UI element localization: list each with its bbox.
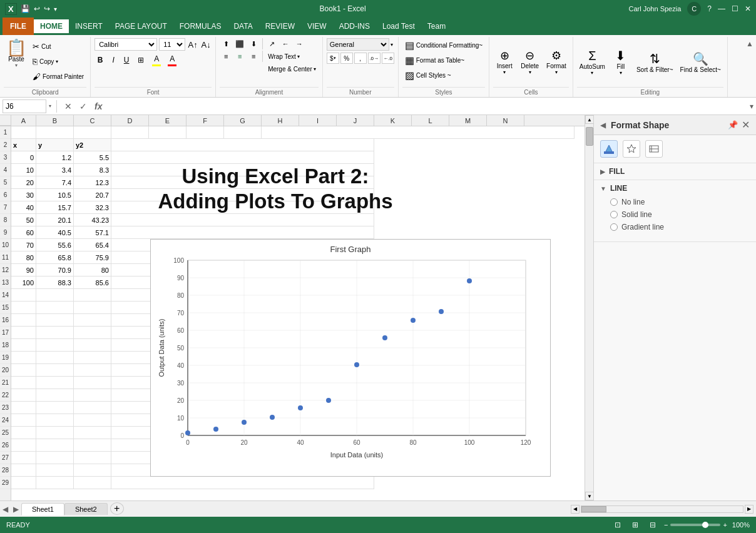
- row-num-20[interactable]: 20: [0, 364, 11, 377]
- scroll-up-btn[interactable]: ▲: [585, 115, 594, 124]
- border-btn[interactable]: ⊞: [135, 54, 146, 66]
- number-format-expand[interactable]: ▾: [391, 42, 393, 48]
- underline-button[interactable]: U: [121, 54, 132, 66]
- expand-name-box[interactable]: ▾: [49, 103, 51, 109]
- col-header-b[interactable]: B: [36, 115, 74, 126]
- normal-view-btn[interactable]: ⊡: [611, 519, 624, 531]
- find-select-btn[interactable]: 🔍 Find & Select~: [678, 44, 723, 79]
- row-num-22[interactable]: 22: [0, 389, 11, 402]
- cell-e1[interactable]: [149, 126, 186, 139]
- help-btn[interactable]: ?: [707, 4, 712, 13]
- align-center-btn[interactable]: ≡: [233, 51, 246, 62]
- font-shrink-btn[interactable]: A↓: [200, 39, 212, 50]
- dec-inc-btn[interactable]: .0→: [368, 53, 381, 64]
- menu-view[interactable]: VIEW: [301, 19, 333, 33]
- cell-c6[interactable]: 20.7: [74, 189, 111, 201]
- sheet-next-btn[interactable]: ▶: [11, 504, 21, 515]
- fill-tab-btn[interactable]: [600, 140, 618, 158]
- menu-load-test[interactable]: Load Test: [376, 19, 421, 33]
- copy-button[interactable]: ⎘ Copy ▾: [30, 54, 86, 68]
- formula-expand-btn[interactable]: ▾: [750, 102, 753, 111]
- percent-btn[interactable]: %: [340, 53, 353, 64]
- fill-color-btn[interactable]: A: [151, 53, 162, 64]
- row-num-29[interactable]: 29: [0, 477, 11, 489]
- cell-a12[interactable]: 90: [11, 264, 36, 277]
- sheet-prev-btn[interactable]: ◀: [0, 504, 11, 515]
- scroll-thumb[interactable]: [586, 127, 593, 146]
- format-cells-btn[interactable]: ⚙ Format ▾: [544, 44, 569, 79]
- menu-home[interactable]: HOME: [34, 19, 69, 33]
- row-num-3[interactable]: 3: [0, 151, 11, 164]
- row-num-18[interactable]: 18: [0, 339, 11, 352]
- format-panel-close-btn[interactable]: ✕: [742, 119, 750, 131]
- cell-a8[interactable]: 50: [11, 214, 36, 226]
- cell-g1[interactable]: [224, 126, 262, 139]
- row-num-13[interactable]: 13: [0, 277, 11, 289]
- merge-center-button[interactable]: Merge & Center ▾: [265, 63, 319, 74]
- row-num-1[interactable]: 1: [0, 126, 11, 139]
- cell-c9[interactable]: 57.1: [74, 226, 111, 239]
- row-num-15[interactable]: 15: [0, 302, 11, 314]
- size-tab-btn[interactable]: [645, 140, 663, 158]
- cell-a1[interactable]: [11, 126, 36, 139]
- delete-cells-btn[interactable]: ⊖ Delete ▾: [518, 44, 541, 79]
- cell-b3[interactable]: 1.2: [36, 151, 74, 164]
- row-num-28[interactable]: 28: [0, 464, 11, 477]
- bold-button[interactable]: B: [94, 54, 106, 66]
- quick-access-undo[interactable]: ↩: [34, 4, 40, 13]
- text-dir-btn[interactable]: ↗: [265, 38, 278, 49]
- confirm-formula-btn[interactable]: ✓: [77, 101, 89, 111]
- col-header-j[interactable]: J: [337, 115, 374, 126]
- format-panel-close-arrow[interactable]: ◀: [600, 121, 606, 129]
- cell-rest-1[interactable]: [262, 126, 575, 139]
- line-section-header[interactable]: ▼ LINE: [600, 184, 750, 193]
- menu-add-ins[interactable]: ADD-INS: [333, 19, 376, 33]
- h-scroll-thumb[interactable]: [581, 506, 606, 512]
- cell-rest-2[interactable]: [111, 139, 374, 151]
- row-num-24[interactable]: 24: [0, 414, 11, 427]
- cell-reference-box[interactable]: J6: [3, 99, 46, 113]
- cell-c8[interactable]: 43.23: [74, 214, 111, 226]
- wrap-text-button[interactable]: Wrap Text ▾: [265, 51, 319, 62]
- sheet-tab-sheet1[interactable]: Sheet1: [21, 503, 64, 515]
- fill-btn[interactable]: ⬇ Fill ▾: [610, 44, 632, 79]
- cancel-formula-btn[interactable]: ✕: [62, 101, 74, 111]
- col-header-k[interactable]: K: [374, 115, 412, 126]
- cell-b12[interactable]: 70.9: [36, 264, 74, 277]
- menu-formulas[interactable]: FORMULAS: [173, 19, 228, 33]
- col-header-f[interactable]: F: [186, 115, 224, 126]
- align-left-btn[interactable]: ≡: [220, 51, 232, 62]
- cell-c11[interactable]: 75.9: [74, 251, 111, 264]
- autosum-btn[interactable]: Σ AutoSum ▾: [577, 44, 608, 79]
- file-menu-btn[interactable]: FILE: [3, 18, 34, 35]
- close-btn[interactable]: ✕: [745, 4, 751, 13]
- align-top-btn[interactable]: ⬆: [220, 38, 232, 49]
- menu-insert[interactable]: INSERT: [69, 19, 109, 33]
- row-num-26[interactable]: 26: [0, 439, 11, 452]
- add-sheet-btn[interactable]: +: [110, 502, 124, 515]
- gradient-line-option[interactable]: Gradient line: [610, 223, 747, 231]
- cell-b5[interactable]: 7.4: [36, 176, 74, 189]
- row-num-10[interactable]: 10: [0, 239, 11, 251]
- cell-styles-btn[interactable]: ▨ Cell Styles ~: [402, 68, 454, 82]
- col-header-m[interactable]: M: [449, 115, 487, 126]
- h-scroll-track[interactable]: [581, 505, 743, 513]
- no-line-option[interactable]: No line: [610, 198, 747, 206]
- scroll-down-btn[interactable]: ▼: [585, 492, 594, 500]
- col-header-i[interactable]: I: [299, 115, 337, 126]
- cell-a2[interactable]: x: [11, 139, 36, 151]
- cell-b10[interactable]: 55.6: [36, 239, 74, 251]
- menu-page-layout[interactable]: PAGE LAYOUT: [109, 19, 173, 33]
- chart-area[interactable]: First Graph: [150, 239, 551, 477]
- indent-right-btn[interactable]: →: [293, 38, 305, 49]
- cell-c13[interactable]: 85.6: [74, 277, 111, 289]
- row-num-6[interactable]: 6: [0, 189, 11, 201]
- cell-b6[interactable]: 10.5: [36, 189, 74, 201]
- ribbon-collapse-btn[interactable]: ▲: [746, 39, 753, 48]
- vertical-scrollbar[interactable]: ▲ ▼: [585, 115, 593, 500]
- row-num-14[interactable]: 14: [0, 289, 11, 302]
- currency-btn[interactable]: $▾: [327, 53, 339, 64]
- row-num-5[interactable]: 5: [0, 176, 11, 189]
- italic-button[interactable]: I: [108, 54, 119, 66]
- function-btn[interactable]: fx: [92, 101, 105, 111]
